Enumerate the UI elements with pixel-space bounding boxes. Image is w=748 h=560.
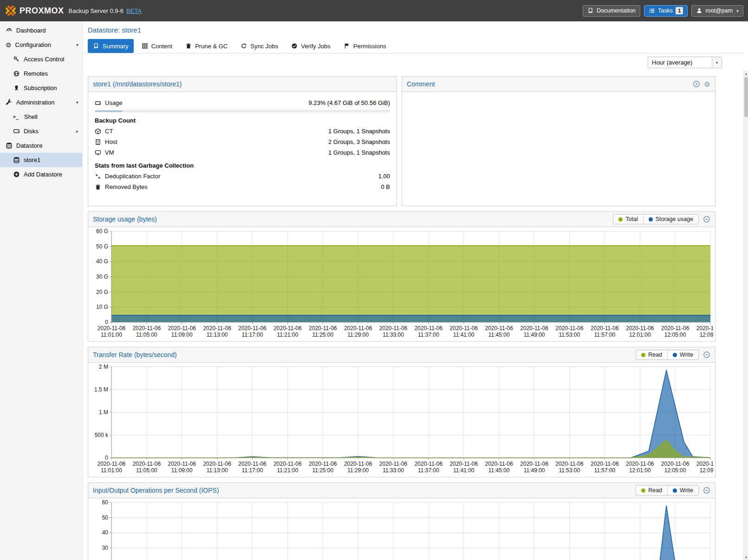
svg-text:2020-11-06: 2020-11-06 — [485, 325, 513, 332]
sidebar-item-shell[interactable]: >_ Shell — [0, 110, 82, 124]
collapse-icon[interactable] — [703, 351, 710, 358]
svg-text:11:13:00: 11:13:00 — [207, 332, 228, 338]
table-row: Host 2 Groups, 3 Snapshots — [95, 137, 390, 147]
svg-text:2020-11-06: 2020-11-06 — [344, 325, 372, 332]
svg-text:11:09:00: 11:09:00 — [171, 467, 193, 474]
tab-permissions[interactable]: Permissions — [338, 39, 391, 53]
gear-icon[interactable]: ⚙ — [704, 81, 710, 88]
legend-label: Write — [680, 487, 693, 494]
svg-text:11:49:00: 11:49:00 — [524, 332, 545, 338]
panel-title: Input/Output Operations per Second (IOPS… — [93, 487, 219, 494]
chart-canvas: 2020-11-0611:01:002020-11-0611:05:002020… — [90, 364, 713, 476]
sidebar-item-label: Disks — [24, 128, 39, 135]
svg-text:11:37:00: 11:37:00 — [418, 467, 439, 474]
svg-text:11:41:00: 11:41:00 — [453, 467, 475, 474]
table-row: CT 1 Groups, 1 Snapshots — [95, 126, 390, 137]
grid-icon — [142, 43, 148, 49]
comment-body[interactable] — [402, 92, 715, 206]
tasks-button[interactable]: Tasks 1 — [644, 5, 688, 17]
legend-total[interactable]: Total — [613, 215, 643, 224]
brand-name: PROXMOX — [20, 6, 64, 16]
database-icon — [13, 156, 20, 163]
collapse-caret-icon[interactable]: ▾ — [76, 42, 78, 47]
svg-text:2020-11-06: 2020-11-06 — [309, 325, 337, 332]
legend-storage-usage[interactable]: Storage usage — [644, 215, 698, 224]
sidebar-item-add-datastore[interactable]: Add Datastore — [0, 167, 82, 182]
legend-read[interactable]: Read — [636, 486, 667, 495]
collapse-caret-icon[interactable]: ▾ — [76, 100, 78, 105]
sidebar-item-datastore[interactable]: Datastore — [0, 138, 82, 153]
scroll-down-arrow[interactable]: ▼ — [744, 554, 748, 560]
sidebar-item-dashboard[interactable]: Dashboard — [0, 23, 82, 38]
sidebar-item-store1[interactable]: store1 — [0, 153, 82, 167]
collapse-icon[interactable] — [703, 215, 710, 223]
sidebar-item-remotes[interactable]: Remotes — [0, 66, 82, 81]
expand-right-icon[interactable]: ▸ — [76, 129, 78, 134]
row-value: 1 Groups, 1 Snapshots — [328, 128, 390, 135]
vertical-scrollbar[interactable]: ▲ ▼ — [743, 71, 748, 560]
database-icon — [6, 142, 13, 149]
tab-summary[interactable]: Summary — [88, 39, 134, 53]
svg-text:2020-11-06: 2020-11-06 — [203, 325, 231, 332]
sidebar-item-subscription[interactable]: Subscription — [0, 81, 82, 95]
panel-body: 2020-11-0611:01:002020-11-0611:05:002020… — [88, 363, 715, 478]
chart-legend: Read Write — [636, 485, 699, 495]
compress-icon — [95, 173, 101, 180]
tab-prune-gc[interactable]: Prune & GC — [180, 39, 233, 53]
user-menu-button[interactable]: root@pam ▾ — [691, 5, 743, 17]
tab-label: Permissions — [353, 43, 386, 50]
legend-dot — [673, 353, 677, 357]
storage-usage-chart: 2020-11-0611:01:002020-11-0611:05:002020… — [90, 228, 713, 341]
sidebar-item-label: Dashboard — [16, 27, 46, 34]
svg-text:11:33:00: 11:33:00 — [383, 467, 404, 474]
panel-header: Storage usage (bytes) Total Storage usag… — [88, 212, 715, 227]
row-label: Removed Bytes — [105, 183, 148, 190]
legend-write[interactable]: Write — [668, 350, 698, 359]
row-value: 1 Groups, 1 Snapshots — [328, 149, 390, 156]
legend-write[interactable]: Write — [668, 486, 698, 495]
time-range-select[interactable]: Hour (average) ▾ — [648, 57, 722, 68]
svg-text:11:45:00: 11:45:00 — [488, 467, 510, 474]
book-icon — [93, 43, 99, 49]
globe-icon — [13, 70, 20, 77]
user-label: root@pam — [705, 7, 733, 14]
panel-title: Comment — [407, 80, 435, 88]
svg-text:2020-11-06: 2020-11-06 — [309, 461, 337, 467]
svg-text:11:21:00: 11:21:00 — [277, 332, 298, 338]
reload-icon[interactable] — [693, 80, 700, 88]
usage-progress-fill — [95, 111, 123, 112]
sidebar-item-label: store1 — [24, 156, 40, 163]
time-range-value: Hour (average) — [648, 59, 712, 66]
iops-panel: Input/Output Operations per Second (IOPS… — [88, 482, 715, 560]
tab-sync-jobs[interactable]: Sync Jobs — [235, 39, 283, 53]
chart-canvas: 2020-11-0611:01:002020-11-0611:05:002020… — [90, 228, 713, 341]
legend-read[interactable]: Read — [636, 350, 667, 359]
usage-value: 9.23% (4.67 GiB of 50.56 GiB) — [308, 99, 390, 106]
beta-link[interactable]: BETA — [126, 7, 142, 14]
scrollbar-thumb[interactable] — [744, 77, 748, 117]
panel-header: Transfer Rate (bytes/second) Read Write — [88, 347, 715, 363]
sidebar-item-disks[interactable]: Disks ▸ — [0, 124, 82, 138]
tab-label: Summary — [103, 43, 129, 50]
proxmox-logo-icon — [5, 5, 17, 17]
legend-label: Storage usage — [656, 216, 693, 222]
sidebar-item-configuration[interactable]: ⚙ Configuration ▾ — [0, 38, 82, 52]
svg-text:60: 60 — [102, 500, 109, 506]
collapse-icon[interactable] — [703, 487, 710, 494]
tab-content[interactable]: Content — [137, 39, 178, 53]
scroll-up-arrow[interactable]: ▲ — [744, 71, 748, 76]
svg-text:11:01:00: 11:01:00 — [101, 467, 122, 474]
svg-text:11:45:00: 11:45:00 — [488, 332, 510, 338]
svg-text:2020-11-06: 2020-11-06 — [661, 325, 689, 332]
row-label: Host — [105, 138, 117, 145]
sidebar-item-access-control[interactable]: Access Control — [0, 52, 82, 66]
documentation-button[interactable]: Documentation — [583, 5, 640, 17]
panel-header: store1 (/mnt/datastores/store1) — [88, 77, 397, 92]
key-icon — [13, 56, 20, 63]
panel-title: store1 (/mnt/datastores/store1) — [93, 80, 182, 88]
svg-text:2 M: 2 M — [99, 364, 108, 370]
sidebar-item-administration[interactable]: Administration ▾ — [0, 95, 82, 110]
svg-text:2020-11-06: 2020-11-06 — [450, 461, 478, 467]
tab-verify-jobs[interactable]: Verify Jobs — [286, 39, 336, 53]
svg-text:2020-11-06: 2020-11-06 — [555, 325, 584, 332]
